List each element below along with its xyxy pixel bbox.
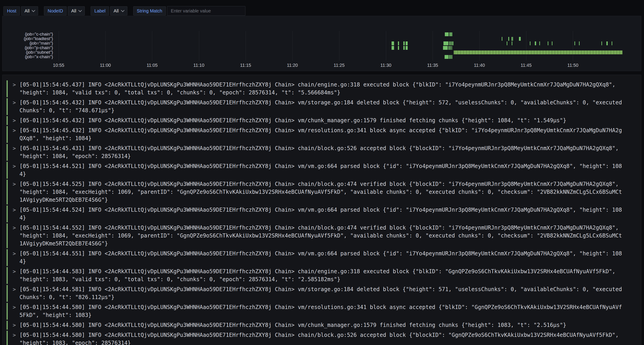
grid-line bbox=[59, 31, 59, 61]
log-row[interactable]: >[05-01|15:54:44.552] INFO <2AcRkXTLLtQj… bbox=[6, 223, 641, 248]
log-volume-bar bbox=[452, 41, 452, 45]
log-volume-bar bbox=[548, 41, 548, 45]
log-volume-bar bbox=[450, 55, 451, 59]
log-row[interactable]: >[05-01|15:54:45.432] INFO <2AcRkXTLLtQj… bbox=[6, 116, 641, 125]
log-row[interactable]: >[05-01|15:54:44.551] INFO <2AcRkXTLLtQj… bbox=[6, 249, 641, 266]
expand-log-icon[interactable]: > bbox=[13, 145, 16, 152]
log-volume-bar bbox=[502, 37, 502, 41]
log-volume-bar bbox=[449, 41, 450, 45]
chevron-down-icon bbox=[121, 8, 124, 12]
x-axis-tick-label: 11:45 bbox=[521, 63, 532, 68]
variable-nodeid-label[interactable]: NodeID bbox=[44, 6, 66, 15]
variable-group-nodeid: NodeIDAll bbox=[44, 6, 85, 15]
grid-line bbox=[432, 31, 433, 61]
log-row[interactable]: >[05-01|15:54:44.521] INFO <2AcRkXTLLtQj… bbox=[6, 162, 641, 179]
log-row[interactable]: >[05-01|15:54:45.432] INFO <2AcRkXTLLtQj… bbox=[6, 126, 641, 143]
series-label-c-chain: {job="c-chain"} bbox=[25, 32, 53, 37]
log-list: >[05-01|15:54:45.437] INFO <2AcRkXTLLtQj… bbox=[6, 80, 641, 345]
expand-log-icon[interactable]: > bbox=[13, 250, 16, 257]
log-volume-bar bbox=[512, 37, 513, 41]
x-axis-tick-label: 11:40 bbox=[474, 63, 485, 68]
log-text: [05-01|15:54:45.432] INFO <2AcRkXTLLtQjv… bbox=[20, 117, 623, 124]
expand-log-icon[interactable]: > bbox=[13, 163, 16, 170]
log-row[interactable]: >[05-01|15:54:45.431] INFO <2AcRkXTLLtQj… bbox=[6, 144, 641, 161]
expand-log-icon[interactable]: > bbox=[13, 332, 16, 339]
log-row[interactable]: >[05-01|15:54:44.583] INFO <2AcRkXTLLtQj… bbox=[6, 267, 641, 284]
variable-label-dropdown[interactable]: All bbox=[110, 6, 127, 15]
log-volume-bar bbox=[602, 41, 602, 45]
expand-log-icon[interactable]: > bbox=[13, 304, 16, 311]
grid-line bbox=[152, 31, 152, 61]
x-axis-tick-label: 11:20 bbox=[287, 63, 298, 68]
log-volume-bar bbox=[398, 46, 399, 50]
log-text: [05-01|15:54:45.432] INFO <2AcRkXTLLtQjv… bbox=[20, 127, 623, 142]
log-row[interactable]: >[05-01|15:54:45.437] INFO <2AcRkXTLLtQj… bbox=[6, 80, 641, 97]
grid-line bbox=[105, 31, 106, 61]
variable-nodeid-dropdown[interactable]: All bbox=[68, 6, 85, 15]
grid-line bbox=[292, 31, 292, 61]
variable-host-dropdown[interactable]: All bbox=[21, 6, 38, 15]
log-volume-bar bbox=[444, 55, 448, 59]
x-axis-tick-label: 11:15 bbox=[240, 63, 251, 68]
log-text: [05-01|15:54:44.583] INFO <2AcRkXTLLtQjv… bbox=[20, 268, 623, 284]
string-match-group: String Match bbox=[133, 6, 246, 16]
log-volume-bar bbox=[519, 37, 521, 41]
log-volume-bar bbox=[539, 41, 540, 45]
grid-line bbox=[480, 31, 480, 61]
log-row[interactable]: >[05-01|15:54:44.580] INFO <2AcRkXTLLtQj… bbox=[6, 331, 641, 345]
log-volume-panel: {job="c-chain"}{job="loadtest"}{job="mai… bbox=[2, 16, 641, 71]
variable-host-label[interactable]: Host bbox=[4, 6, 20, 15]
chevron-down-icon bbox=[32, 8, 35, 12]
chevron-down-icon bbox=[78, 8, 82, 12]
x-axis-tick-label: 11:10 bbox=[193, 63, 204, 68]
log-row[interactable]: >[05-01|15:54:44.580] INFO <2AcRkXTLLtQj… bbox=[6, 321, 641, 330]
expand-log-icon[interactable]: > bbox=[13, 99, 16, 106]
variable-label-label[interactable]: Label bbox=[91, 6, 109, 15]
variable-group-label: LabelAll bbox=[91, 6, 127, 15]
series-label-p-chain: {job="p-chain"} bbox=[25, 45, 53, 50]
log-volume-bar bbox=[512, 37, 512, 41]
log-volume-bar bbox=[406, 41, 408, 45]
log-row[interactable]: >[05-01|15:54:44.524] INFO <2AcRkXTLLtQj… bbox=[6, 206, 641, 222]
expand-log-icon[interactable]: > bbox=[13, 286, 16, 293]
log-volume-bar bbox=[450, 32, 451, 36]
log-text: [05-01|15:54:45.437] INFO <2AcRkXTLLtQjv… bbox=[20, 81, 623, 97]
expand-log-icon[interactable]: > bbox=[13, 181, 16, 188]
expand-log-icon[interactable]: > bbox=[13, 322, 16, 329]
variable-stringmatch-label[interactable]: String Match bbox=[133, 6, 166, 15]
log-volume-bar bbox=[448, 46, 449, 50]
expand-log-icon[interactable]: > bbox=[13, 224, 16, 231]
expand-log-icon[interactable]: > bbox=[13, 127, 16, 134]
log-volume-bar bbox=[450, 46, 451, 50]
grid-line bbox=[199, 31, 199, 61]
log-volume-bar bbox=[445, 32, 449, 36]
log-volume-bar bbox=[449, 55, 450, 59]
expand-log-icon[interactable]: > bbox=[13, 117, 16, 124]
variable-group-host: HostAll bbox=[4, 6, 38, 15]
log-text: [05-01|15:54:44.581] INFO <2AcRkXTLLtQjv… bbox=[20, 286, 623, 301]
log-volume-bar bbox=[530, 41, 530, 45]
log-volume-bar bbox=[453, 41, 454, 45]
log-volume-bar bbox=[452, 55, 452, 59]
expand-log-icon[interactable]: > bbox=[13, 81, 16, 88]
log-row[interactable]: >[05-01|15:54:45.432] INFO <2AcRkXTLLtQj… bbox=[6, 98, 641, 115]
log-row[interactable]: >[05-01|15:54:44.525] INFO <2AcRkXTLLtQj… bbox=[6, 180, 641, 204]
log-text: [05-01|15:54:44.524] INFO <2AcRkXTLLtQjv… bbox=[20, 206, 623, 222]
series-labels: {job="c-chain"}{job="loadtest"}{job="mai… bbox=[2, 16, 53, 71]
log-volume-bar bbox=[508, 37, 509, 41]
dropdown-selected-value: All bbox=[24, 8, 30, 13]
series-label-x-chain: {job="x-chain"} bbox=[25, 54, 53, 59]
log-row[interactable]: >[05-01|15:54:44.581] INFO <2AcRkXTLLtQj… bbox=[6, 285, 641, 302]
log-text: [05-01|15:54:44.580] INFO <2AcRkXTLLtQjv… bbox=[20, 331, 623, 345]
log-volume-bar bbox=[392, 46, 394, 50]
log-volume-bar bbox=[443, 46, 448, 50]
log-volume-bar bbox=[450, 41, 452, 45]
log-volume-bar bbox=[606, 41, 608, 45]
string-match-input[interactable] bbox=[167, 6, 246, 16]
log-row[interactable]: >[05-01|15:54:44.580] INFO <2AcRkXTLLtQj… bbox=[6, 303, 641, 320]
expand-log-icon[interactable]: > bbox=[13, 268, 16, 275]
expand-log-icon[interactable]: > bbox=[13, 206, 16, 214]
log-text: [05-01|15:54:44.580] INFO <2AcRkXTLLtQjv… bbox=[20, 303, 623, 319]
log-text: [05-01|15:54:45.432] INFO <2AcRkXTLLtQjv… bbox=[20, 99, 623, 115]
log-volume-bar bbox=[398, 41, 399, 45]
